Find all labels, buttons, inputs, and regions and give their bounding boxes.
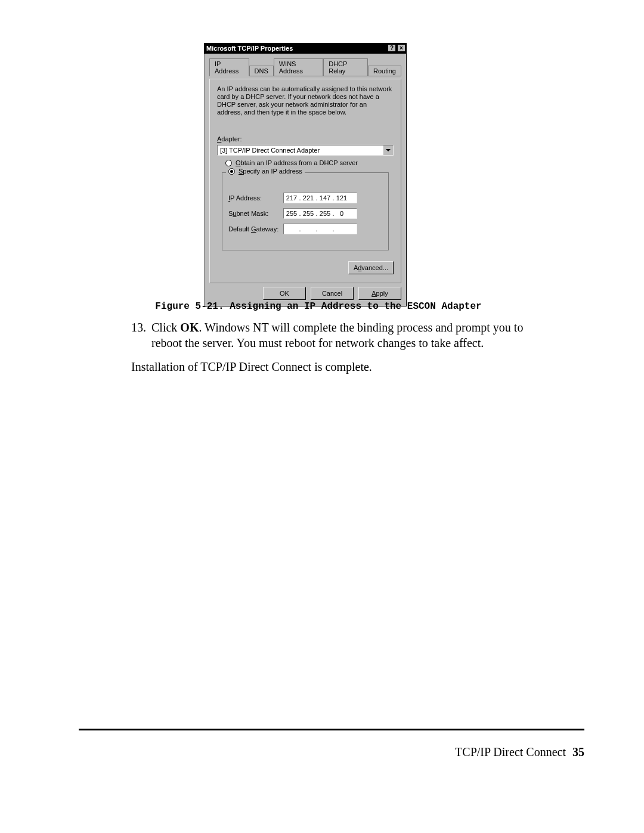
radio-icon <box>225 160 232 166</box>
tab-ip-address[interactable]: IP Address <box>209 58 249 76</box>
radio-obtain-dhcp[interactable]: Obtain an IP address from a DHCP server <box>225 159 394 166</box>
footer: TCP/IP Direct Connect 35 <box>455 745 584 759</box>
default-gateway-input[interactable]: . . . <box>283 224 357 234</box>
ip-address-input[interactable]: 217. 221. 147. 121 <box>283 193 357 203</box>
specify-ip-group: Specify an IP address IP Address: 217. 2… <box>222 172 389 250</box>
apply-button[interactable]: Apply <box>358 287 401 300</box>
dialog-body: IP Address DNS WINS Address DHCP Relay R… <box>204 54 407 306</box>
step-13: 13.Click OK. Windows NT will complete th… <box>131 320 525 351</box>
subnet-mask-input[interactable]: 255. 255. 255. 0 <box>283 208 357 219</box>
document-page: Microsoft TCP/IP Properties ? × IP Addre… <box>0 0 644 833</box>
dialog-title: Microsoft TCP/IP Properties <box>206 45 293 52</box>
figure-caption: Figure 5-21. Assigning an IP Address to … <box>134 301 503 312</box>
subnet-mask-row: Subnet Mask: 255. 255. 255. 0 <box>228 208 382 219</box>
install-complete-text: Installation of TCP/IP Direct Connect is… <box>131 359 525 374</box>
ip-address-panel: An IP address can be automatically assig… <box>209 79 401 283</box>
step-number: 13. <box>131 320 151 335</box>
dialog-titlebar: Microsoft TCP/IP Properties ? × <box>204 43 407 54</box>
help-icon[interactable]: ? <box>388 44 396 52</box>
tab-dns[interactable]: DNS <box>249 66 274 76</box>
dialog-button-row: OK Cancel Apply <box>209 287 401 300</box>
tab-dhcp-relay[interactable]: DHCP Relay <box>323 58 368 76</box>
cancel-button[interactable]: Cancel <box>311 287 354 300</box>
ok-button[interactable]: OK <box>263 287 306 300</box>
tab-strip: IP Address DNS WINS Address DHCP Relay R… <box>209 58 401 76</box>
page-number: 35 <box>572 745 584 758</box>
explanation-text: An IP address can be automatically assig… <box>217 85 394 116</box>
radio-icon <box>228 168 235 175</box>
footer-rule <box>79 729 584 730</box>
adapter-label: Adapter: <box>217 135 394 143</box>
tab-wins-address[interactable]: WINS Address <box>274 58 323 76</box>
chevron-down-icon[interactable] <box>383 145 393 155</box>
close-icon[interactable]: × <box>397 44 405 52</box>
footer-title: TCP/IP Direct Connect <box>455 745 566 758</box>
ip-address-row: IP Address: 217. 221. 147. 121 <box>228 193 382 203</box>
adapter-combobox[interactable]: [3] TCP/IP Direct Connect Adapter <box>217 145 394 156</box>
tcpip-properties-dialog: Microsoft TCP/IP Properties ? × IP Addre… <box>204 43 407 306</box>
default-gateway-row: Default Gateway: . . . <box>228 224 382 234</box>
tab-routing[interactable]: Routing <box>368 66 401 76</box>
adapter-value: [3] TCP/IP Direct Connect Adapter <box>218 145 383 155</box>
radio-specify-ip[interactable]: Specify an IP address <box>226 168 305 175</box>
advanced-button[interactable]: Advanced... <box>348 261 394 274</box>
